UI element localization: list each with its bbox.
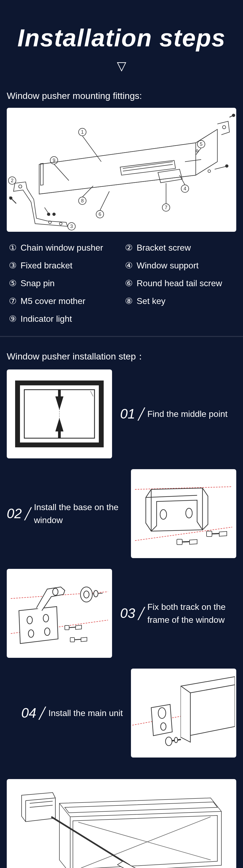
svg-line-36 — [215, 166, 225, 169]
step-num: 01 — [120, 406, 135, 422]
step-text: 03 ╱ Fix both track on the frame of the … — [120, 600, 236, 626]
page-title: Installation steps — [5, 24, 238, 52]
step-image — [131, 669, 236, 757]
slash-icon: ╱ — [138, 407, 145, 421]
svg-text:9: 9 — [53, 158, 55, 163]
legend-text: Fixed bracket — [21, 260, 72, 271]
svg-text:8: 8 — [81, 198, 84, 204]
legend-item: ⑦ M5 cover mother — [8, 296, 119, 306]
legend-item: ⑧ Set key — [124, 296, 235, 306]
svg-point-84 — [174, 737, 178, 743]
svg-point-37 — [225, 165, 228, 167]
legend-num: ④ — [124, 260, 133, 271]
svg-point-73 — [94, 590, 98, 597]
svg-text:7: 7 — [165, 205, 167, 210]
step-desc: Fix both track on the frame of the windo… — [147, 600, 236, 626]
svg-point-66 — [43, 614, 49, 622]
legend-item: ① Chain window pusher — [8, 243, 119, 253]
svg-text:1: 1 — [81, 129, 84, 135]
step-text: 04 ╱ Install the main unit — [7, 705, 123, 721]
step-text: 02 ╱ Install the base on the window — [7, 501, 123, 527]
legend-text: Chain window pusher — [21, 243, 103, 253]
legend-num: ② — [124, 243, 133, 253]
step-num: 02 — [7, 506, 22, 522]
svg-rect-76 — [70, 638, 75, 642]
header: Installation steps ▽ — [0, 0, 243, 87]
legend-item: ⑨ Indicator light — [8, 314, 119, 324]
svg-point-80 — [158, 708, 166, 718]
svg-marker-51 — [55, 396, 63, 410]
legend-num: ⑤ — [8, 278, 17, 288]
legend-text: Bracket screw — [137, 243, 191, 253]
svg-point-18 — [9, 197, 12, 199]
svg-point-71 — [84, 591, 89, 598]
svg-point-69 — [53, 588, 58, 595]
svg-text:5: 5 — [200, 142, 202, 147]
slash-icon: ╱ — [25, 507, 31, 520]
svg-point-65 — [27, 616, 32, 624]
svg-rect-61 — [177, 539, 182, 545]
svg-point-67 — [28, 630, 34, 637]
svg-marker-53 — [55, 418, 63, 431]
svg-point-12 — [47, 213, 50, 216]
step-row: 01 ╱ Find the middle point — [7, 369, 236, 458]
svg-rect-59 — [207, 531, 212, 536]
legend-text: Indicator light — [21, 314, 72, 324]
svg-point-81 — [161, 723, 166, 730]
step-row: 03 ╱ Fix both track on the frame of the … — [7, 569, 236, 658]
legend-num: ⑦ — [8, 296, 17, 306]
slash-icon: ╱ — [39, 707, 46, 720]
legend-item: ③ Fixed bracket — [8, 260, 119, 271]
legend-num: ③ — [8, 260, 17, 271]
step-image — [7, 369, 112, 458]
step-row: 02 ╱ Install the base on the window — [7, 469, 236, 558]
svg-point-82 — [165, 737, 172, 746]
legend-num: ⑥ — [124, 278, 133, 288]
step-row: 04 ╱ Install the main unit — [7, 669, 236, 757]
step-image — [7, 569, 112, 658]
svg-point-57 — [160, 509, 167, 519]
svg-point-6 — [232, 114, 235, 117]
svg-text:6: 6 — [99, 212, 101, 217]
svg-point-58 — [186, 508, 192, 518]
legend-grid: ① Chain window pusher ② Bracket screw ③ … — [0, 232, 243, 336]
svg-point-35 — [208, 170, 211, 173]
legend-text: Snap pin — [21, 278, 55, 288]
step-image — [131, 469, 236, 558]
down-arrow-icon: ▽ — [5, 59, 238, 73]
svg-rect-74 — [65, 625, 69, 630]
legend-text: Window support — [137, 260, 198, 271]
step-row-wide: 05 ╱ Fix the chain to the base — [7, 779, 236, 868]
slash-icon: ╱ — [138, 607, 145, 620]
legend-num: ⑧ — [124, 296, 133, 306]
step-num: 03 — [120, 606, 135, 621]
legend-item: ⑥ Round head tail screw — [124, 278, 235, 288]
svg-point-13 — [53, 213, 55, 216]
svg-point-4 — [222, 126, 226, 129]
svg-line-50 — [90, 391, 93, 396]
legend-num: ⑨ — [8, 314, 17, 324]
step-text: 01 ╱ Find the middle point — [120, 406, 236, 422]
step-desc: Install the base on the window — [34, 501, 123, 527]
step-desc: Install the main unit — [48, 707, 123, 719]
legend-item: ② Bracket screw — [124, 243, 235, 253]
svg-line-31 — [100, 191, 109, 211]
fittings-diagram: 1 2 3 4 5 6 7 8 9 — [7, 108, 236, 232]
step-desc: Find the middle point — [147, 407, 227, 421]
svg-point-68 — [45, 628, 50, 636]
steps-label: Window pusher installation step： — [0, 337, 243, 369]
legend-item: ④ Window support — [124, 260, 235, 271]
legend-text: Set key — [137, 296, 165, 306]
svg-text:4: 4 — [184, 186, 186, 191]
svg-text:2: 2 — [11, 178, 14, 183]
svg-text:3: 3 — [70, 224, 73, 229]
legend-text: Round head tail screw — [137, 278, 222, 288]
legend-item: ⑤ Snap pin — [8, 278, 119, 288]
fittings-label: Window pusher mounting fittings: — [0, 87, 243, 108]
steps-container: 01 ╱ Find the middle point — [0, 369, 243, 779]
legend-text: M5 cover mother — [21, 296, 85, 306]
step-image — [7, 779, 236, 868]
step-num: 04 — [21, 705, 36, 721]
legend-num: ① — [8, 243, 17, 253]
